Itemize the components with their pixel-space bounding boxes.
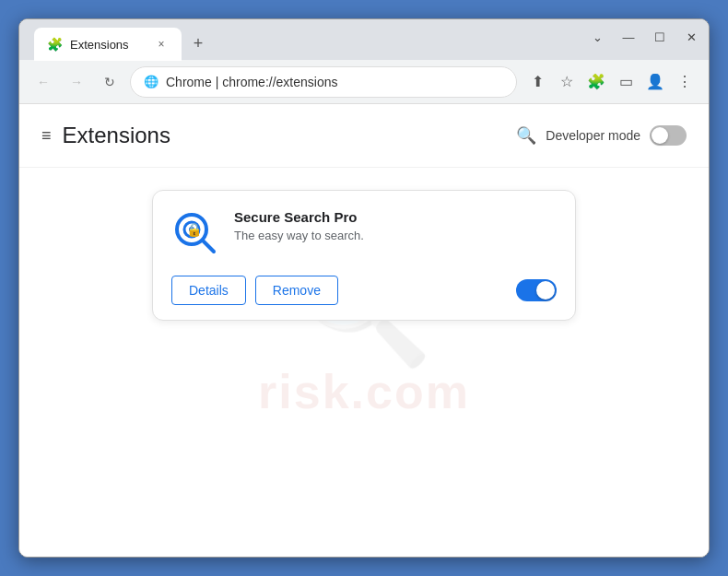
address-bar: ← → ↻ 🌐 Chrome | chrome://extensions ⬆ ☆… — [19, 60, 709, 104]
url-path: chrome://extensions — [222, 75, 337, 89]
forward-button[interactable]: → — [64, 69, 89, 95]
maximize-button[interactable]: ☐ — [652, 29, 668, 45]
extension-description: The easy way to search. — [234, 229, 557, 242]
hamburger-menu-button[interactable]: ≡ — [41, 126, 52, 146]
tab-close-button[interactable]: × — [154, 37, 169, 52]
extension-card-bottom: Details Remove — [171, 276, 557, 305]
svg-line-3 — [203, 241, 214, 252]
tab-favicon: 🧩 — [47, 37, 63, 52]
toolbar-icons: ⬆ ☆ 🧩 ▭ 👤 ⋮ — [524, 69, 698, 95]
back-button[interactable]: ← — [30, 69, 56, 95]
bookmark-icon: ☆ — [560, 73, 573, 90]
profile-icon: 👤 — [646, 73, 664, 90]
extension-card: 🔒 Secure Search Pro The easy way to sear… — [152, 190, 576, 321]
menu-button[interactable]: ⋮ — [672, 69, 698, 95]
sidebar-icon: ▭ — [619, 73, 633, 90]
share-button[interactable]: ⬆ — [524, 69, 550, 95]
bookmark-button[interactable]: ☆ — [554, 69, 580, 95]
developer-mode-label: Developer mode — [546, 128, 640, 143]
url-bar[interactable]: 🌐 Chrome | chrome://extensions — [130, 66, 517, 98]
developer-mode-section: 🔍 Developer mode — [516, 125, 687, 146]
close-button[interactable]: ✕ — [683, 29, 699, 45]
url-text: Chrome | chrome://extensions — [166, 75, 338, 89]
extension-info: Secure Search Pro The easy way to search… — [234, 209, 557, 242]
extensions-icon: 🧩 — [587, 73, 605, 90]
url-brand: Chrome — [166, 75, 212, 89]
minimize-button[interactable]: — — [620, 29, 637, 45]
remove-button[interactable]: Remove — [255, 276, 338, 305]
extensions-list: 🔒 Secure Search Pro The easy way to sear… — [19, 168, 709, 557]
chevron-icon[interactable]: ⌄ — [589, 29, 605, 45]
extension-name: Secure Search Pro — [234, 209, 557, 225]
reload-button[interactable]: ↻ — [97, 69, 123, 95]
developer-mode-toggle[interactable] — [650, 125, 687, 146]
new-tab-button[interactable]: + — [185, 30, 211, 56]
profile-button[interactable]: 👤 — [642, 69, 668, 95]
window-controls: ⌄ — ☐ ✕ — [589, 29, 699, 45]
extension-enable-toggle[interactable] — [516, 279, 557, 301]
details-button[interactable]: Details — [171, 276, 246, 305]
tab-title: Extensions — [70, 38, 147, 52]
share-icon: ⬆ — [532, 73, 544, 90]
title-bar: 🧩 Extensions × + ⌄ — ☐ ✕ — [19, 19, 709, 60]
toggle-knob — [652, 127, 668, 144]
page-title: Extensions — [63, 123, 506, 148]
more-options-icon: ⋮ — [677, 73, 692, 90]
search-button[interactable]: 🔍 — [516, 125, 536, 146]
extension-toggle-knob — [536, 281, 555, 300]
extensions-button[interactable]: 🧩 — [583, 69, 609, 95]
page-content: 🔍 risk.com ≡ Extensions 🔍 Developer mode — [19, 104, 709, 557]
site-security-icon: 🌐 — [144, 75, 159, 88]
extensions-header: ≡ Extensions 🔍 Developer mode — [19, 104, 709, 168]
svg-text:🔒: 🔒 — [186, 222, 203, 238]
extension-icon: 🔒 — [171, 209, 219, 257]
extension-card-top: 🔒 Secure Search Pro The easy way to sear… — [171, 209, 557, 257]
sidebar-button[interactable]: ▭ — [613, 69, 639, 95]
browser-window: 🧩 Extensions × + ⌄ — ☐ ✕ ← → ↻ 🌐 Chrome — [18, 18, 710, 558]
active-tab[interactable]: 🧩 Extensions × — [34, 28, 182, 61]
